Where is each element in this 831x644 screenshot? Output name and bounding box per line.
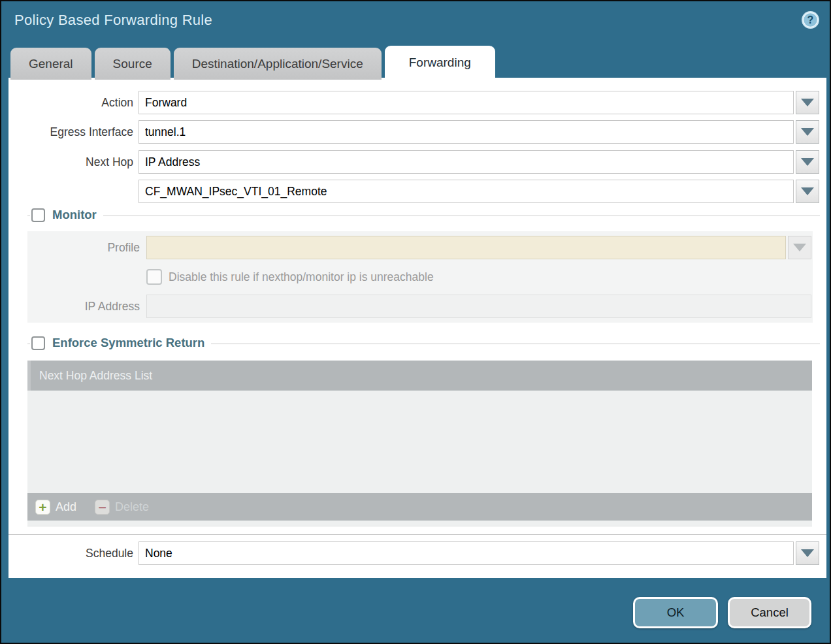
monitor-ip-address-row: IP Address xyxy=(27,294,811,319)
next-hop-address-list-header: Next Hop Address List xyxy=(27,361,812,391)
next-hop-label: Next Hop xyxy=(8,155,138,169)
next-hop-address-row xyxy=(8,180,819,203)
monitor-legend: Monitor xyxy=(30,208,103,222)
tab-bar: General Source Destination/Application/S… xyxy=(10,46,495,80)
schedule-select[interactable] xyxy=(138,541,794,565)
tab-source[interactable]: Source xyxy=(95,48,171,80)
monitor-panel: Profile Disable this rule if nexthop/mon… xyxy=(27,231,813,323)
delete-button: − Delete xyxy=(95,500,149,515)
egress-interface-row: Egress Interface xyxy=(8,120,819,144)
next-hop-address-list-table: Next Hop Address List + Add − Delete xyxy=(27,361,812,526)
monitor-ip-address-input xyxy=(146,295,811,318)
next-hop-address-dropdown-button[interactable] xyxy=(796,180,819,203)
cancel-button[interactable]: Cancel xyxy=(728,597,811,628)
schedule-row: Schedule xyxy=(8,541,819,565)
forwarding-tab-panel: Action Egress Interface Next Hop Monitor xyxy=(8,78,826,578)
egress-interface-label: Egress Interface xyxy=(8,125,138,139)
profile-label: Profile xyxy=(27,241,146,255)
chevron-down-icon xyxy=(801,128,814,136)
next-hop-address-list-toolbar: + Add − Delete xyxy=(27,493,812,521)
action-dropdown-button[interactable] xyxy=(796,91,819,114)
chevron-down-icon xyxy=(801,549,814,557)
next-hop-row: Next Hop xyxy=(8,150,819,174)
disable-rule-checkbox xyxy=(146,269,162,285)
disable-rule-row: Disable this rule if nexthop/monitor ip … xyxy=(27,265,811,289)
action-label: Action xyxy=(8,96,138,110)
next-hop-dropdown-button[interactable] xyxy=(796,150,819,174)
chevron-down-icon xyxy=(793,244,806,251)
add-button[interactable]: + Add xyxy=(35,500,76,515)
chevron-down-icon xyxy=(801,187,814,195)
schedule-label: Schedule xyxy=(8,547,138,560)
tab-general[interactable]: General xyxy=(10,48,91,80)
egress-interface-select[interactable] xyxy=(138,120,794,144)
monitor-ip-address-label: IP Address xyxy=(27,300,146,314)
egress-interface-dropdown-button[interactable] xyxy=(796,120,819,144)
monitor-fieldset-line xyxy=(27,216,820,216)
monitor-profile-dropdown-button xyxy=(788,236,811,259)
schedule-dropdown-button[interactable] xyxy=(796,541,819,565)
enforce-symmetric-return-checkbox[interactable] xyxy=(31,336,45,350)
enforce-legend-text: Enforce Symmetric Return xyxy=(52,336,204,350)
next-hop-address-list-header-text: Next Hop Address List xyxy=(39,369,152,383)
plus-icon: + xyxy=(35,500,50,515)
delete-button-label: Delete xyxy=(115,500,149,514)
disable-rule-label: Disable this rule if nexthop/monitor ip … xyxy=(169,270,434,284)
help-icon[interactable]: ? xyxy=(801,10,820,29)
next-hop-address-list-body xyxy=(27,391,812,493)
tab-forwarding[interactable]: Forwarding xyxy=(385,46,495,80)
monitor-profile-row: Profile xyxy=(27,235,811,260)
schedule-separator-line xyxy=(8,534,826,535)
enforce-legend: Enforce Symmetric Return xyxy=(30,336,211,350)
next-hop-address-list-bottom-strip xyxy=(27,521,812,526)
minus-icon: − xyxy=(95,500,110,515)
monitor-checkbox[interactable] xyxy=(31,208,45,222)
dialog-title: Policy Based Forwarding Rule xyxy=(14,12,212,29)
question-mark-glyph: ? xyxy=(807,14,814,25)
tab-destination-application-service[interactable]: Destination/Application/Service xyxy=(174,48,382,80)
chevron-down-icon xyxy=(801,99,814,106)
next-hop-address-select[interactable] xyxy=(138,180,794,203)
next-hop-type-select[interactable] xyxy=(138,150,794,174)
action-row: Action xyxy=(8,91,819,114)
action-select[interactable] xyxy=(138,91,794,114)
monitor-legend-text: Monitor xyxy=(52,208,97,222)
ok-button[interactable]: OK xyxy=(633,597,718,628)
chevron-down-icon xyxy=(801,158,814,166)
pbf-rule-dialog: { "dialog": { "title": "Policy Based For… xyxy=(0,0,831,644)
monitor-profile-select xyxy=(146,236,786,259)
add-button-label: Add xyxy=(56,500,76,514)
